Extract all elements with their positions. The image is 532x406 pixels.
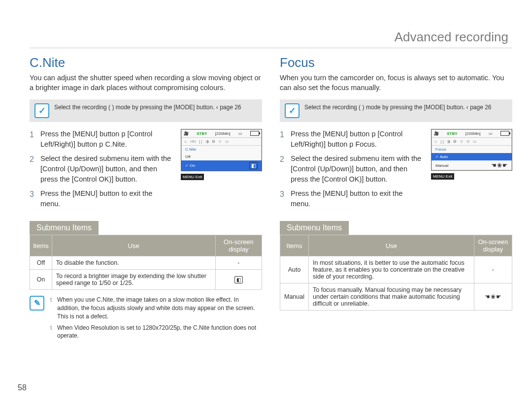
focus-lcd-preview: 🎥 STBY [220Min] ▭ ☼[ ]◑✿☺⊙▭ Focus ✓ Auto (431, 129, 512, 213)
focus-step-1: Press the [MENU] button p [Control Left/… (280, 129, 424, 150)
th-items: Items (280, 235, 309, 256)
cell-use: In most situations, it is better to use … (309, 256, 474, 283)
lcd-status: STBY (197, 131, 207, 136)
cell-use: To focus manually. Manual focusing may b… (309, 283, 474, 311)
lcd-menu-exit: MENU Exit (431, 173, 454, 180)
cell-disp: ☚❀☛ (474, 283, 512, 311)
focus-selectbox: ✓ Select the recording ( ) mode by press… (280, 99, 512, 122)
focus-step-3: Press the [MENU] button to exit the menu… (280, 188, 424, 209)
lcd-time: [220Min] (215, 131, 231, 136)
lcd-battery-icon (250, 131, 259, 136)
cnite-submenu-title: Submenu Items (30, 221, 99, 235)
focus-submenu-title: Submenu Items (280, 221, 349, 235)
th-display: On-screen display (474, 235, 512, 256)
check-icon: ✓ (34, 103, 49, 118)
cnite-note-1: When you use C.Nite, the image takes on … (50, 296, 262, 320)
lcd-row-on: ✓ On ◧ (181, 160, 262, 171)
lcd-row-auto: ✓ Auto (432, 153, 512, 160)
lcd-mode-icon: 🎥 (434, 131, 439, 136)
check-icon: ✓ (285, 103, 299, 118)
cnite-intro: You can adjust the shutter speed when re… (30, 73, 262, 93)
lcd-tab-strip: ☼[ ]◑✿☺⊙▭ (432, 137, 512, 146)
cnite-lcd-preview: 🎥 STBY [220Min] ▭ ☼HD[ ]◑✿☺▭ C.Nite Off (181, 129, 262, 213)
cell-item: Manual (280, 283, 309, 311)
th-use: Use (52, 235, 215, 256)
focus-title: Focus (280, 55, 512, 70)
cnite-notes: ✎ When you use C.Nite, the image takes o… (30, 296, 262, 343)
cell-disp: - (474, 256, 512, 283)
lcd-menu-label: C.Nite (181, 146, 262, 153)
manual-focus-display-icon: ☚❀☛ (485, 293, 501, 300)
focus-step-2: Select the desired submenu item with the… (280, 154, 424, 185)
cnite-title: C.Nite (30, 55, 262, 70)
lcd-card-icon: ▭ (489, 131, 493, 136)
table-row: On To record a brighter image by extendi… (30, 270, 262, 290)
lcd-time: [220Min] (466, 131, 481, 136)
lcd-battery-icon (500, 131, 509, 136)
cell-disp: ◧ (215, 270, 262, 290)
lcd-menu-exit: MENU Exit (181, 174, 204, 180)
cnite-step-2: Select the desired submenu item with the… (30, 154, 174, 185)
note-icon: ✎ (30, 296, 44, 311)
lcd-status: STBY (447, 131, 457, 136)
lcd-tab-strip: ☼HD[ ]◑✿☺▭ (181, 137, 262, 146)
table-row: Off To disable the function. - (30, 256, 262, 270)
lcd-row-manual: Manual ☚❀☛ (432, 160, 512, 170)
th-display: On-screen display (215, 235, 262, 256)
page-header: Advanced recording (30, 30, 512, 48)
cnite-section: C.Nite You can adjust the shutter speed … (30, 55, 262, 343)
cnite-submenu-table: Items Use On-screen display Off To disab… (30, 235, 262, 290)
focus-steps: Press the [MENU] button p [Control Left/… (280, 129, 424, 213)
manual-focus-icon: ☚❀☛ (491, 162, 508, 169)
cell-item: Off (30, 256, 52, 270)
th-use: Use (309, 235, 474, 256)
focus-selectbox-text: Select the recording ( ) mode by pressin… (304, 103, 492, 112)
cnite-step-1: Press the [MENU] button p [Control Left/… (30, 129, 174, 150)
lcd-mode-icon: 🎥 (184, 131, 189, 136)
cnite-selectbox: ✓ Select the recording ( ) mode by press… (30, 99, 262, 122)
th-items: Items (30, 235, 52, 256)
lcd-menu-label: Focus (432, 146, 512, 153)
cell-use: To record a brighter image by extending … (52, 270, 215, 290)
lcd-card-icon: ▭ (238, 131, 242, 136)
cnite-steps: Press the [MENU] button p [Control Left/… (30, 129, 174, 213)
cnite-display-icon: ◧ (234, 276, 243, 283)
focus-submenu-table: Items Use On-screen display Auto In most… (280, 235, 512, 311)
page-number: 58 (18, 383, 27, 392)
cnite-note-2: When Video Resolution is set to 1280x720… (50, 324, 262, 341)
table-row: Auto In most situations, it is better to… (280, 256, 512, 283)
table-row: Manual To focus manually. Manual focusin… (280, 283, 512, 311)
cell-item: Auto (280, 256, 309, 283)
cnite-on-icon: ◧ (249, 162, 258, 169)
lcd-row-off: Off (181, 153, 262, 160)
focus-intro: When you turn the camcorder on, focus is… (280, 73, 512, 93)
cell-disp: - (215, 256, 262, 270)
cnite-selectbox-text: Select the recording ( ) mode by pressin… (54, 103, 241, 112)
cnite-step-3: Press the [MENU] button to exit the menu… (30, 188, 174, 209)
cell-item: On (30, 270, 52, 290)
cell-use: To disable the function. (52, 256, 215, 270)
focus-section: Focus When you turn the camcorder on, fo… (280, 55, 512, 343)
